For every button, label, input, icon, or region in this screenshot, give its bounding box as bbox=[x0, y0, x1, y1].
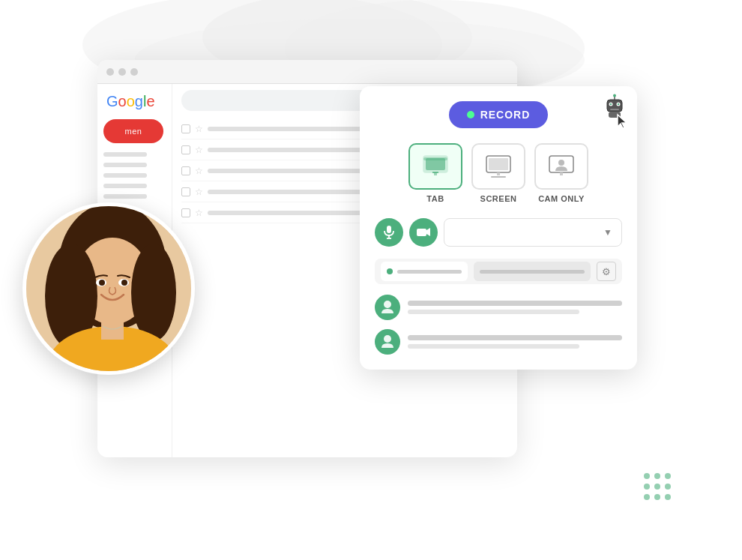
record-button[interactable]: RECORD bbox=[449, 101, 549, 128]
tab-bar-row: ⚙ bbox=[375, 259, 622, 284]
cam-only-mode-icon bbox=[548, 154, 575, 178]
browser-dot-yellow bbox=[118, 68, 126, 76]
tab-mode-label: TAB bbox=[426, 194, 444, 203]
browser-dot-red bbox=[106, 68, 114, 76]
gmail-nav-item bbox=[103, 163, 147, 167]
svg-rect-27 bbox=[560, 172, 563, 175]
tab-mode-icon-box[interactable] bbox=[408, 143, 462, 190]
svg-marker-13 bbox=[618, 115, 627, 128]
svg-rect-9 bbox=[610, 109, 619, 110]
dot bbox=[654, 494, 660, 500]
decoration-dots bbox=[644, 473, 671, 500]
gmail-logo: Google bbox=[103, 93, 166, 110]
user-info-lines bbox=[408, 335, 622, 349]
screen-mode-icon-box[interactable] bbox=[471, 143, 525, 190]
recording-popup: RECORD TAB bbox=[360, 86, 637, 370]
camera-icon bbox=[416, 226, 431, 238]
tab-mode-icon bbox=[422, 154, 449, 178]
gmail-nav-item bbox=[103, 184, 147, 188]
gmail-nav-item bbox=[103, 152, 147, 157]
inactive-tab[interactable] bbox=[474, 262, 591, 281]
camera-button[interactable] bbox=[409, 218, 438, 247]
svg-rect-23 bbox=[491, 176, 506, 178]
email-checkbox[interactable] bbox=[181, 187, 190, 196]
tab-line bbox=[397, 270, 462, 274]
svg-point-11 bbox=[613, 94, 616, 97]
screen-mode-option[interactable]: SCREEN bbox=[471, 143, 525, 203]
dot bbox=[644, 473, 650, 479]
user-line-2 bbox=[408, 310, 579, 314]
record-label: RECORD bbox=[480, 109, 531, 121]
user-info-lines bbox=[408, 301, 622, 314]
user-row bbox=[375, 295, 622, 320]
svg-point-45 bbox=[121, 280, 127, 286]
dot bbox=[665, 473, 671, 479]
dot bbox=[644, 484, 650, 490]
svg-rect-22 bbox=[497, 172, 500, 175]
compose-label: men bbox=[125, 127, 142, 136]
user-line-2 bbox=[408, 344, 579, 349]
av-dropdown[interactable]: ▼ bbox=[444, 218, 622, 247]
email-checkbox[interactable] bbox=[181, 145, 190, 154]
user-line-1 bbox=[408, 301, 622, 306]
tab-mode-option[interactable]: TAB bbox=[408, 143, 462, 203]
svg-rect-16 bbox=[423, 157, 447, 160]
svg-rect-41 bbox=[101, 317, 124, 340]
dot bbox=[665, 484, 671, 490]
browser-dot-green bbox=[130, 68, 138, 76]
dot bbox=[665, 494, 671, 500]
svg-marker-32 bbox=[426, 228, 430, 236]
user-list bbox=[375, 295, 622, 355]
person-illustration bbox=[26, 206, 195, 375]
record-indicator bbox=[467, 111, 474, 118]
profile-photo bbox=[22, 202, 195, 375]
svg-point-39 bbox=[131, 244, 176, 341]
cam-only-mode-label: CAM ONLY bbox=[538, 194, 585, 203]
dot bbox=[654, 473, 660, 479]
svg-rect-20 bbox=[489, 158, 508, 170]
svg-point-25 bbox=[558, 160, 564, 166]
email-checkbox[interactable] bbox=[181, 208, 190, 217]
av-controls: ▼ bbox=[375, 218, 622, 247]
user-line-1 bbox=[408, 335, 622, 340]
gmail-nav-item bbox=[103, 194, 147, 199]
screen-mode-label: SCREEN bbox=[480, 194, 517, 203]
gmail-nav-item bbox=[103, 173, 147, 178]
email-star[interactable]: ☆ bbox=[195, 187, 203, 197]
user-avatar bbox=[375, 295, 400, 320]
gmail-compose-button[interactable]: men bbox=[103, 119, 163, 143]
svg-point-33 bbox=[384, 301, 391, 308]
user-avatar-icon bbox=[381, 300, 394, 315]
mic-icon bbox=[382, 225, 396, 240]
mode-options: TAB SCREEN bbox=[375, 143, 622, 203]
email-star[interactable]: ☆ bbox=[195, 145, 203, 155]
dropdown-arrow-icon: ▼ bbox=[603, 227, 612, 238]
robot-icon-container bbox=[601, 94, 628, 121]
svg-rect-28 bbox=[387, 226, 391, 233]
svg-point-7 bbox=[610, 103, 612, 105]
svg-point-34 bbox=[384, 335, 391, 343]
active-tab[interactable] bbox=[381, 262, 468, 281]
email-checkbox[interactable] bbox=[181, 124, 190, 133]
svg-rect-18 bbox=[434, 172, 437, 175]
mic-button[interactable] bbox=[375, 218, 403, 247]
svg-point-44 bbox=[99, 280, 105, 286]
email-star[interactable]: ☆ bbox=[195, 208, 203, 218]
tab-indicator bbox=[387, 268, 393, 274]
user-avatar bbox=[375, 329, 400, 355]
tab-line-inactive bbox=[480, 270, 585, 274]
main-scene: Google men ☆ bbox=[0, 0, 742, 560]
dot bbox=[654, 484, 660, 490]
email-star[interactable]: ☆ bbox=[195, 124, 203, 134]
cam-only-mode-icon-box[interactable] bbox=[534, 143, 588, 190]
screen-mode-icon bbox=[485, 154, 512, 178]
cam-only-mode-option[interactable]: CAM ONLY bbox=[534, 143, 588, 203]
email-checkbox[interactable] bbox=[181, 166, 190, 175]
email-star[interactable]: ☆ bbox=[195, 166, 203, 176]
settings-gear-icon[interactable]: ⚙ bbox=[597, 262, 616, 281]
logo-g: G bbox=[106, 93, 118, 110]
browser-titlebar bbox=[97, 60, 517, 84]
svg-rect-31 bbox=[417, 229, 426, 236]
user-avatar-icon bbox=[381, 334, 394, 349]
cursor-icon bbox=[616, 113, 630, 130]
